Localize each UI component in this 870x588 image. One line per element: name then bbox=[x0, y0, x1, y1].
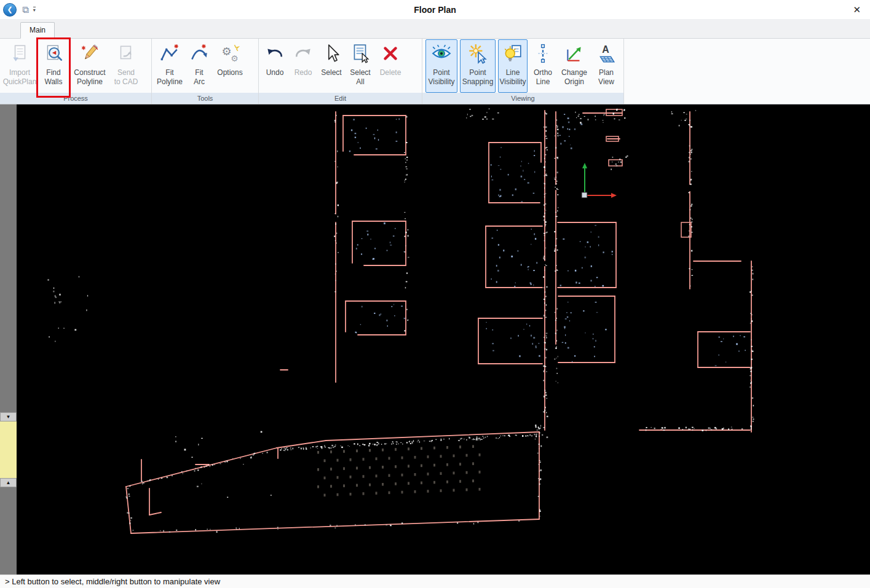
close-icon: ✕ bbox=[853, 4, 861, 15]
close-button[interactable]: ✕ bbox=[853, 4, 861, 15]
group-label-process: Process bbox=[0, 93, 151, 104]
line-visibility-icon bbox=[502, 43, 523, 64]
delete-button: Delete bbox=[376, 39, 405, 93]
scroll-down-icon: ▼ bbox=[6, 414, 11, 420]
fit-arc-icon bbox=[189, 43, 210, 64]
plan-view-icon: A bbox=[596, 43, 617, 64]
options-button[interactable]: ⚙⚙ Options bbox=[214, 39, 246, 93]
ribbon-group-edit: Undo Redo Select bbox=[259, 39, 422, 104]
scroll-up-icon: ▲ bbox=[6, 480, 11, 485]
point-snapping-button[interactable]: Point Snapping bbox=[460, 39, 496, 93]
button-label: Line bbox=[506, 68, 520, 77]
button-label: Snapping bbox=[462, 77, 494, 87]
button-label: Plan bbox=[599, 68, 614, 77]
button-label: Ortho bbox=[534, 68, 552, 77]
select-button[interactable]: Select bbox=[318, 39, 344, 93]
point-visibility-icon bbox=[431, 43, 452, 64]
fit-polyline-button[interactable]: Fit Polyline bbox=[155, 39, 184, 93]
button-label: Fit bbox=[195, 68, 203, 77]
button-label: Walls bbox=[45, 77, 63, 87]
select-icon bbox=[321, 43, 342, 64]
group-label-tools: Tools bbox=[152, 93, 258, 104]
send-to-cad-icon bbox=[116, 43, 136, 64]
scrollbar-track-top bbox=[0, 104, 17, 412]
construct-polyline-icon bbox=[79, 43, 100, 64]
import-quickplan-button: Import QuickPlan bbox=[3, 39, 36, 93]
button-label: Line bbox=[536, 77, 550, 87]
options-icon: ⚙⚙ bbox=[219, 43, 240, 64]
quick-access-dropdown-icon[interactable]: ▾ bbox=[33, 7, 36, 12]
undo-icon bbox=[264, 43, 285, 64]
button-label: Options bbox=[217, 68, 242, 77]
scroll-up-button[interactable]: ▲ bbox=[0, 478, 17, 487]
send-to-cad-button: Send to CAD bbox=[111, 39, 141, 93]
button-label: Origin bbox=[564, 77, 584, 87]
group-label-viewing: Viewing bbox=[422, 93, 623, 104]
ribbon-filler bbox=[624, 39, 870, 104]
select-all-icon bbox=[350, 43, 371, 64]
svg-text:⚙: ⚙ bbox=[231, 53, 238, 63]
undo-button[interactable]: Undo bbox=[262, 39, 288, 93]
change-origin-icon bbox=[564, 43, 585, 64]
ribbon-group-viewing: Point Visibility Point Snapping Line Vis… bbox=[422, 39, 624, 104]
point-cloud-viewport[interactable] bbox=[17, 104, 870, 574]
button-label: QuickPlan bbox=[3, 77, 37, 87]
point-visibility-button[interactable]: Point Visibility bbox=[425, 39, 457, 93]
button-label: Visibility bbox=[428, 77, 454, 87]
scrollbar-track-bottom bbox=[0, 487, 17, 574]
delete-icon bbox=[380, 43, 401, 64]
button-label: Delete bbox=[380, 68, 401, 77]
ribbon-group-tools: Fit Polyline Fit Arc ⚙⚙ Options bbox=[152, 39, 259, 104]
find-walls-button[interactable]: Find Walls bbox=[39, 39, 68, 93]
button-label: Arc bbox=[194, 77, 205, 87]
button-label: Redo bbox=[295, 68, 312, 77]
button-label: All bbox=[356, 77, 364, 87]
back-button[interactable]: ❮ bbox=[3, 3, 17, 17]
plan-view-button[interactable]: A Plan View bbox=[593, 39, 620, 93]
button-label: Polyline bbox=[157, 77, 183, 87]
group-buttons-edit: Undo Redo Select bbox=[259, 39, 422, 93]
titlebar: ❮ ⧉ ▾ Floor Plan ✕ bbox=[0, 0, 870, 19]
ribbon-group-process: Import QuickPlan Find Walls Construct Po… bbox=[0, 39, 152, 104]
line-visibility-button[interactable]: Line Visibility bbox=[498, 39, 528, 93]
scrollbar-thumb[interactable] bbox=[0, 421, 17, 478]
button-label: Import bbox=[9, 68, 30, 77]
fit-arc-button[interactable]: Fit Arc bbox=[187, 39, 212, 93]
button-label: Point bbox=[433, 68, 449, 77]
status-bar: > Left button to select, middle/right bu… bbox=[0, 574, 870, 588]
floor-plan-window: ❮ ⧉ ▾ Floor Plan ✕ Main Import QuickPlan bbox=[0, 0, 870, 588]
button-label: Send bbox=[117, 68, 135, 77]
ribbon-tabs: Main bbox=[0, 19, 870, 39]
find-walls-icon bbox=[43, 43, 64, 64]
status-text: > Left button to select, middle/right bu… bbox=[5, 577, 220, 586]
viewport-row: ▼ ▲ bbox=[0, 104, 870, 574]
button-label: Undo bbox=[266, 68, 284, 77]
change-origin-button[interactable]: Change Origin bbox=[558, 39, 590, 93]
import-quickplan-icon bbox=[9, 43, 30, 64]
ribbon: Import QuickPlan Find Walls Construct Po… bbox=[0, 39, 870, 104]
button-label: Polyline bbox=[77, 77, 103, 87]
construct-polyline-button[interactable]: Construct Polyline bbox=[71, 39, 109, 93]
group-buttons-viewing: Point Visibility Point Snapping Line Vis… bbox=[422, 39, 623, 93]
ortho-line-icon bbox=[532, 43, 553, 64]
quick-access-icon[interactable]: ⧉ bbox=[22, 4, 29, 15]
button-label: View bbox=[598, 77, 614, 87]
point-snapping-icon bbox=[467, 43, 488, 64]
redo-icon bbox=[293, 43, 314, 64]
button-label: Visibility bbox=[499, 77, 526, 87]
tab-main[interactable]: Main bbox=[20, 22, 55, 39]
button-label: Select bbox=[321, 68, 341, 77]
floorplan-svg bbox=[17, 104, 870, 574]
button-label: Select bbox=[350, 68, 370, 77]
window-title: Floor Plan bbox=[0, 5, 870, 15]
scroll-down-button[interactable]: ▼ bbox=[0, 412, 17, 421]
button-label: Fit bbox=[165, 68, 173, 77]
group-buttons-process: Import QuickPlan Find Walls Construct Po… bbox=[0, 39, 151, 93]
fit-polyline-icon bbox=[159, 43, 180, 64]
select-all-button[interactable]: Select All bbox=[347, 39, 374, 93]
svg-text:A: A bbox=[602, 44, 609, 55]
group-buttons-tools: Fit Polyline Fit Arc ⚙⚙ Options bbox=[152, 39, 258, 93]
ortho-line-button[interactable]: Ortho Line bbox=[530, 39, 556, 93]
left-scrollbar: ▼ ▲ bbox=[0, 104, 17, 574]
button-label: Point bbox=[469, 68, 486, 77]
